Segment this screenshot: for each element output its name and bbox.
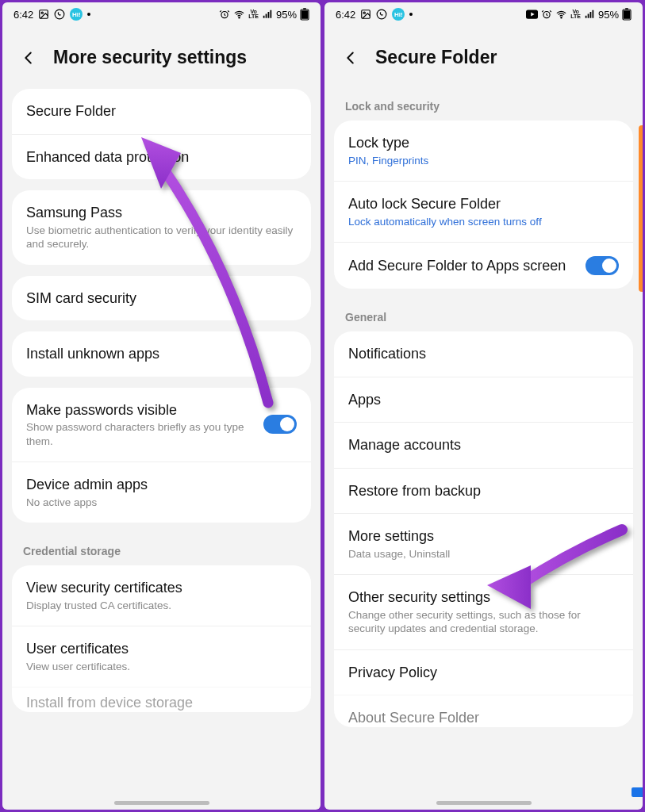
- back-button[interactable]: [340, 48, 361, 68]
- alarm-icon: [541, 9, 552, 20]
- row-other-security[interactable]: Other security settingsChange other secu…: [334, 574, 633, 649]
- card: Secure Folder Enhanced data protection: [12, 89, 311, 179]
- card: Samsung PassUse biometric authentication…: [12, 190, 311, 265]
- row-lock-type[interactable]: Lock typePIN, Fingerprints: [334, 121, 633, 181]
- hi-badge-icon: Hi!: [70, 8, 83, 21]
- row-add-to-apps[interactable]: Add Secure Folder to Apps screen: [334, 242, 633, 289]
- youtube-icon: [526, 10, 538, 19]
- page-title: Secure Folder: [375, 47, 497, 68]
- toggle-add-to-apps[interactable]: [585, 256, 619, 275]
- chevron-left-icon: [20, 49, 37, 67]
- row-notifications[interactable]: Notifications: [334, 331, 633, 377]
- row-auto-lock[interactable]: Auto lock Secure FolderLock automaticall…: [334, 181, 633, 242]
- nav-bar[interactable]: [114, 801, 209, 805]
- nav-bar[interactable]: [436, 801, 532, 805]
- phone-left: 6:42 Hi! VoLTE 95% More security setting…: [2, 2, 321, 810]
- battery-pct: 95%: [276, 9, 297, 21]
- page-title: More security settings: [53, 47, 247, 68]
- image-icon: [360, 9, 371, 20]
- back-button[interactable]: [18, 48, 39, 68]
- svg-rect-6: [301, 10, 308, 19]
- battery-pct: 95%: [598, 9, 619, 21]
- svg-point-2: [55, 10, 64, 19]
- wifi-icon: [233, 9, 245, 21]
- volte-icon: VoLTE: [570, 10, 581, 20]
- card: Install unknown apps: [12, 331, 311, 377]
- row-more-settings[interactable]: More settingsData usage, Uninstall: [334, 513, 633, 574]
- dot-icon: [409, 13, 413, 16]
- phone-right: 6:42 Hi! VoLTE 95% Secure Folder Lock an…: [324, 2, 643, 810]
- row-make-passwords-visible[interactable]: Make passwords visibleShow password char…: [12, 388, 311, 462]
- row-enhanced-data[interactable]: Enhanced data protection: [12, 134, 311, 180]
- hi-badge-icon: Hi!: [392, 8, 405, 21]
- header: More security settings: [2, 26, 321, 89]
- wifi-icon: [555, 9, 567, 21]
- status-bar: 6:42 Hi! VoLTE 95%: [2, 2, 321, 26]
- svg-rect-7: [303, 8, 306, 10]
- card: View security certificatesDisplay truste…: [12, 565, 311, 712]
- row-secure-folder[interactable]: Secure Folder: [12, 89, 311, 134]
- row-privacy-policy[interactable]: Privacy Policy: [334, 649, 633, 695]
- whatsapp-icon: [376, 9, 387, 20]
- signal-icon: [584, 9, 595, 20]
- card: Lock typePIN, Fingerprints Auto lock Sec…: [334, 121, 633, 289]
- row-restore-backup[interactable]: Restore from backup: [334, 468, 633, 514]
- svg-point-1: [41, 12, 43, 13]
- alarm-icon: [219, 9, 230, 20]
- whatsapp-icon: [54, 9, 65, 20]
- row-device-admin[interactable]: Device admin appsNo active apps: [12, 462, 311, 523]
- row-about[interactable]: About Secure Folder: [334, 695, 633, 727]
- chevron-left-icon: [342, 49, 359, 67]
- card: Make passwords visibleShow password char…: [12, 388, 311, 523]
- content: Secure Folder Enhanced data protection S…: [2, 89, 321, 810]
- svg-rect-15: [624, 10, 630, 19]
- status-bar: 6:42 Hi! VoLTE 95%: [324, 2, 643, 26]
- svg-point-13: [561, 17, 562, 17]
- section-lock-security: Lock and security: [324, 89, 643, 121]
- signal-icon: [262, 9, 273, 20]
- side-tab-icon: [639, 125, 643, 292]
- row-install-from-storage[interactable]: Install from device storage: [12, 687, 311, 712]
- row-sim-security[interactable]: SIM card security: [12, 276, 311, 321]
- battery-icon: [300, 8, 309, 21]
- dot-icon: [87, 13, 90, 16]
- row-user-certificates[interactable]: User certificatesView user certificates.: [12, 626, 311, 687]
- row-manage-accounts[interactable]: Manage accounts: [334, 422, 633, 468]
- volte-icon: VoLTE: [248, 10, 259, 20]
- svg-point-9: [363, 12, 365, 13]
- section-general: General: [324, 300, 643, 331]
- svg-point-4: [239, 17, 240, 17]
- card: SIM card security: [12, 276, 311, 321]
- row-apps[interactable]: Apps: [334, 377, 633, 423]
- svg-rect-16: [625, 8, 628, 10]
- row-install-unknown[interactable]: Install unknown apps: [12, 331, 311, 377]
- battery-icon: [622, 8, 632, 21]
- status-time: 6:42: [336, 9, 355, 21]
- card: Notifications Apps Manage accounts Resto…: [334, 331, 633, 727]
- header: Secure Folder: [324, 26, 643, 89]
- content: Lock and security Lock typePIN, Fingerpr…: [324, 89, 643, 810]
- toggle-passwords-visible[interactable]: [263, 415, 297, 434]
- image-icon: [38, 9, 49, 20]
- status-time: 6:42: [13, 9, 33, 21]
- svg-point-10: [377, 10, 386, 19]
- section-credential-storage: Credential storage: [2, 534, 321, 565]
- corner-tab-icon: [632, 787, 643, 797]
- row-samsung-pass[interactable]: Samsung PassUse biometric authentication…: [12, 190, 311, 265]
- row-view-certificates[interactable]: View security certificatesDisplay truste…: [12, 565, 311, 626]
